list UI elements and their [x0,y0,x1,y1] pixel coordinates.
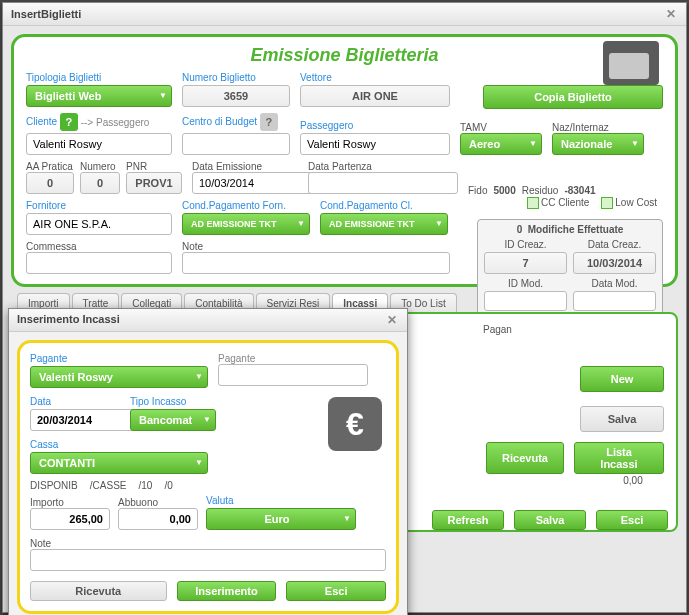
passeggero-input[interactable] [300,133,450,155]
lowcost-checkbox[interactable] [601,197,613,209]
vettore-display: AIR ONE [300,85,450,107]
copia-biglietto-button[interactable]: Copia Biglietto [483,85,663,109]
id-creaz-display: 7 [484,252,567,274]
label-aa: AA Pratica [26,161,74,172]
tot-incassi-value: 0,00 [608,475,658,486]
fornitore-input[interactable] [26,213,172,235]
main-titlebar: InsertBiglietti ✕ [3,3,686,26]
note-modal-input[interactable] [30,549,386,571]
data-partenza-input[interactable] [308,172,458,194]
pagante-combo[interactable]: Valenti Roswy▼ [30,366,208,388]
label-cond-cl: Cond.Pagamento Cl. [320,200,448,211]
naz-combo[interactable]: Nazionale▼ [552,133,644,155]
budget-hint-icon[interactable]: ? [260,113,278,131]
card-icon [603,41,659,85]
emission-panel: Emissione Biglietteria Tipologia Bigliet… [11,34,678,287]
cliente-input[interactable] [26,133,172,155]
aa-display: 0 [26,172,74,194]
note-input[interactable] [182,252,450,274]
label-passeggero: Passeggero [300,120,450,131]
label-cliente: Cliente ? --> Passeggero [26,113,172,131]
label-pagante2: Pagante [218,353,368,364]
label-centro: Centro di Budget ? [182,113,290,131]
commessa-input[interactable] [26,252,172,274]
label-importo: Importo [30,497,110,508]
tipo-incasso-combo[interactable]: Bancomat▼ [130,409,216,431]
label-tipo-incasso: Tipo Incasso [130,396,216,407]
modal-close-icon[interactable]: ✕ [385,313,399,327]
label-valuta: Valuta [206,495,356,506]
label-data-modal: Data [30,396,120,407]
abbuono-input[interactable] [118,508,198,530]
data-mod-input[interactable] [573,291,656,311]
label-pnr: PNR [126,161,182,172]
modal-title: Inserimento Incassi [17,313,120,327]
cliente-hint-icon[interactable]: ? [60,113,78,131]
label-num-biglietto: Numero Biglietto [182,72,290,83]
euro-icon: € [328,397,382,451]
modal-inserimento-button[interactable]: Inserimento [177,581,277,601]
ricevuta-button[interactable]: Ricevuta [486,442,564,474]
lista-incassi-button[interactable]: Lista Incassi [574,442,664,474]
pnr-display: PROV1 [126,172,182,194]
label-cond-forn: Cond.Pagamento Forn. [182,200,310,211]
label-data-em: Data Emissione [192,161,302,172]
page-title: Emissione Biglietteria [250,45,438,65]
cassa-combo[interactable]: CONTANTI▼ [30,452,208,474]
salva-incasso-button[interactable]: Salva [580,406,664,432]
modal-esci-button[interactable]: Esci [286,581,386,601]
label-naz: Naz/Internaz [552,122,644,133]
label-abbuono: Abbuono [118,497,198,508]
label-vettore: Vettore [300,72,450,83]
col-pagante: Pagan [483,324,512,335]
valuta-combo[interactable]: Euro▼ [206,508,356,530]
close-icon[interactable]: ✕ [664,7,678,21]
label-fido: Fido [468,185,487,196]
label-commessa: Commessa [26,241,172,252]
label-note-modal: Note [30,538,386,549]
esci-button[interactable]: Esci [596,510,668,530]
modal-titlebar: Inserimento Incassi ✕ [9,309,407,332]
data-creaz-display: 10/03/2014 [573,252,656,274]
tamv-combo[interactable]: Aereo▼ [460,133,542,155]
numero-biglietto-display: 3659 [182,85,290,107]
label-tamv: TAMV [460,122,542,133]
label-pagante: Pagante [30,353,208,364]
new-button[interactable]: New [580,366,664,392]
tipologia-combo[interactable]: Biglietti Web▼ [26,85,172,107]
modal-ricevuta-button[interactable]: Ricevuta [30,581,167,601]
modal-panel: € Pagante Valenti Roswy▼ Pagante Data [17,340,399,614]
main-window-title: InsertBiglietti [11,8,81,20]
centro-budget-input[interactable] [182,133,290,155]
residuo-value: -83041 [564,185,595,196]
importo-input[interactable] [30,508,110,530]
label-cassa: Cassa [30,439,208,450]
pagante-input[interactable] [218,364,368,386]
cc-cliente-checkbox[interactable] [527,197,539,209]
label-residuo: Residuo [522,185,559,196]
salva-button[interactable]: Salva [514,510,586,530]
cond-cl-combo[interactable]: AD EMISSIONE TKT▼ [320,213,448,235]
fido-value: 5000 [493,185,515,196]
label-fornitore: Fornitore [26,200,172,211]
label-tipologia: Tipologia Biglietti [26,72,172,83]
label-note: Note [182,241,450,252]
cond-forn-combo[interactable]: AD EMISSIONE TKT▼ [182,213,310,235]
label-data-part: Data Partenza [308,161,458,172]
refresh-button[interactable]: Refresh [432,510,504,530]
label-numero: Numero [80,161,120,172]
incassi-modal: Inserimento Incassi ✕ € Pagante Valenti … [8,308,408,615]
numero-display: 0 [80,172,120,194]
id-mod-input[interactable] [484,291,567,311]
